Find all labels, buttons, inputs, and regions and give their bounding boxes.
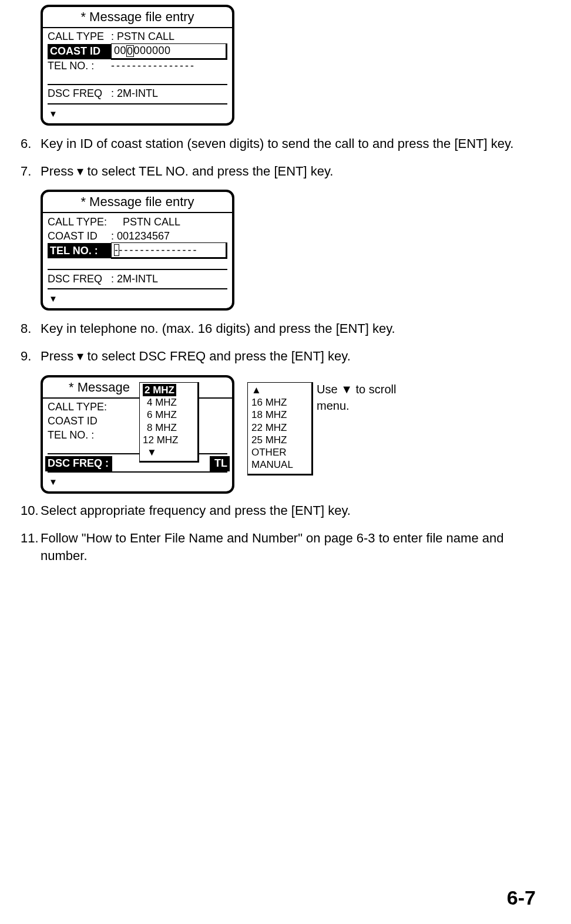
input-coast-id[interactable]: 000000000 [111, 43, 227, 60]
row-dsc-freq: DSC FREQ : 2M-INTL [48, 87, 227, 101]
value-dsc-freq: : 2M-INTL [111, 272, 227, 286]
scroll-down-icon[interactable]: ▼ [43, 292, 232, 305]
step-10: 10. Select appropriate frequency and pre… [21, 502, 536, 520]
step-7: 7. Press ▾ to select TEL NO. and press t… [21, 163, 536, 181]
panel-title: * Message [43, 377, 232, 399]
freq-item[interactable]: 12 MHZ [143, 434, 194, 446]
freq-item[interactable]: 22 MHZ [251, 421, 308, 434]
row-coast-id: COAST ID : 001234567 [48, 229, 227, 243]
step-text: Press ▾ to select DSC FREQ and press the… [41, 348, 536, 366]
step-number: 7. [21, 163, 41, 181]
step-text: Key in ID of coast station (seven digits… [41, 135, 536, 153]
label-coast-id: COAST ID [48, 229, 111, 244]
device-panel: * Message file entry CALL TYPE : PSTN CA… [41, 5, 234, 126]
panel-body: CALL TYPE : PSTN CALL COAST ID 000000000… [43, 28, 232, 107]
device-panel: * Message CALL TYPE: COAST ID TEL NO. : … [41, 375, 234, 494]
note-b: to scroll [352, 383, 396, 396]
figure-tel-no: * Message file entry CALL TYPE: PSTN CAL… [41, 190, 536, 311]
divider [48, 84, 227, 85]
row-call-type: CALL TYPE: [48, 400, 227, 414]
scroll-down-icon[interactable]: ▼ [143, 446, 194, 458]
text-a: Press [41, 164, 77, 178]
cursor-char: 0 [127, 45, 133, 57]
freq-item-selected[interactable]: 2 MHZ [143, 384, 176, 396]
page-number: 6-7 [507, 884, 536, 912]
row-coast-id-selected: COAST ID 000000000 [48, 44, 227, 59]
scroll-down-icon[interactable]: ▼ [43, 107, 232, 120]
step-text: Key in telephone no. (max. 16 digits) an… [41, 320, 536, 338]
scroll-down-icon[interactable]: ▼ [43, 476, 232, 488]
freq-item[interactable]: 25 MHZ [251, 434, 308, 446]
text-a: Press [41, 349, 77, 363]
divider [48, 471, 227, 473]
divider [48, 453, 227, 454]
row-tel-no-selected: TEL NO. : -- - - - - - - - - - - - - - - [48, 243, 227, 258]
tel-no-post: - - - - - - - - - - - - - - - [119, 243, 196, 258]
figure-coast-id: * Message file entry CALL TYPE : PSTN CA… [41, 5, 536, 126]
label-call-type: CALL TYPE: [48, 400, 111, 414]
text-b: to select DSC FREQ and press the [ENT] k… [83, 349, 350, 363]
divider [48, 288, 227, 289]
label-dsc-freq: DSC FREQ : [48, 456, 109, 471]
step-number: 11. [21, 530, 41, 566]
device-panel: * Message file entry CALL TYPE: PSTN CAL… [41, 190, 234, 311]
down-triangle-icon: ▼ [341, 383, 352, 396]
coast-id-post: 000000 [134, 43, 171, 58]
step-number: 8. [21, 320, 41, 338]
cursor-box: 0 [126, 45, 134, 57]
step-number: 9. [21, 348, 41, 366]
label-dsc-freq: DSC FREQ [48, 272, 111, 286]
row-tel-no: TEL NO. : [48, 429, 227, 443]
row-call-type: CALL TYPE: PSTN CALL [48, 215, 227, 229]
panel-body: CALL TYPE: PSTN CALL COAST ID : 00123456… [43, 213, 232, 292]
panel-title: * Message file entry [43, 192, 232, 213]
freq-item[interactable]: 16 MHZ [251, 396, 308, 409]
row-tel-no: TEL NO. : - - - - - - - - - - - - - - - … [48, 59, 227, 73]
row-call-type: CALL TYPE : PSTN CALL [48, 30, 227, 44]
cursor-box: - [114, 244, 119, 256]
note-a: Use [317, 383, 341, 396]
figure-dsc-freq: * Message CALL TYPE: COAST ID TEL NO. : … [41, 375, 536, 493]
freq-item[interactable]: MANUAL [251, 458, 308, 471]
label-dsc-freq: DSC FREQ [48, 86, 111, 101]
label-tel-no: TEL NO. : [48, 243, 111, 258]
cursor-char: - [115, 244, 119, 256]
step-9: 9. Press ▾ to select DSC FREQ and press … [21, 348, 536, 366]
note-c: menu. [317, 399, 350, 412]
step-text: Select appropriate frequency and press t… [41, 502, 536, 520]
input-tel-no[interactable]: -- - - - - - - - - - - - - - - [111, 242, 227, 259]
freq-item[interactable]: 4 MHZ [143, 396, 194, 409]
step-number: 6. [21, 135, 41, 153]
row-coast-id: COAST ID [48, 414, 227, 429]
down-triangle-icon: ▾ [77, 349, 83, 363]
freq-dropdown-2[interactable]: ▲ 16 MHZ 18 MHZ 22 MHZ 25 MHZ OTHER MANU… [247, 382, 313, 476]
scroll-note: Use ▼ to scroll menu. [317, 381, 396, 414]
label-tel-no: TEL NO. : [48, 59, 111, 73]
step-11: 11. Follow "How to Enter File Name and N… [21, 530, 536, 566]
freq-dropdown-1[interactable]: 2 MHZ 4 MHZ 6 MHZ 8 MHZ 12 MHZ ▼ [139, 382, 199, 463]
dsc-right: TL [214, 456, 227, 471]
step-text: Press ▾ to select TEL NO. and press the … [41, 163, 536, 181]
panel-body: CALL TYPE: COAST ID TEL NO. : DSC FREQ :… [43, 399, 232, 476]
scroll-up-icon[interactable]: ▲ [251, 384, 308, 396]
label-coast-id: COAST ID [48, 414, 111, 429]
freq-item[interactable]: OTHER [251, 446, 308, 458]
coast-id-pre: 00 [114, 43, 126, 58]
row-dsc-freq: DSC FREQ : 2M-INTL [48, 272, 227, 286]
down-triangle-icon: ▾ [77, 164, 83, 178]
step-text: Follow "How to Enter File Name and Numbe… [41, 530, 536, 566]
freq-item[interactable]: 6 MHZ [143, 409, 194, 421]
value-dsc-freq: : 2M-INTL [111, 86, 227, 101]
divider [48, 103, 227, 104]
panel-title: * Message file entry [43, 7, 232, 28]
step-number: 10. [21, 502, 41, 520]
step-6: 6. Key in ID of coast station (seven dig… [21, 135, 536, 153]
label-coast-id: COAST ID [48, 44, 111, 59]
freq-item[interactable]: 8 MHZ [143, 421, 194, 434]
freq-item[interactable]: 18 MHZ [251, 409, 308, 421]
step-8: 8. Key in telephone no. (max. 16 digits)… [21, 320, 536, 338]
value-tel-no: - - - - - - - - - - - - - - - - [111, 59, 227, 73]
value-call-type: : PSTN CALL [111, 29, 227, 44]
label-tel-no: TEL NO. : [48, 428, 111, 443]
row-dsc-freq-selected: DSC FREQ : TL [45, 456, 230, 471]
